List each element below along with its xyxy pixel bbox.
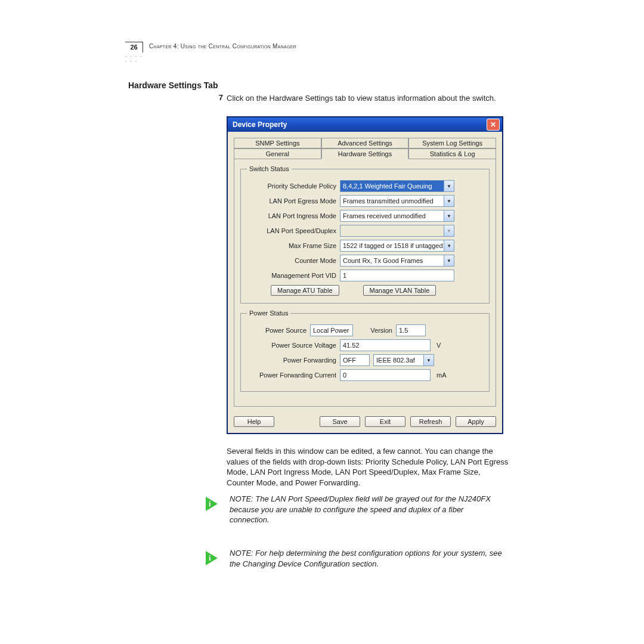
- titlebar: Device Property ✕: [228, 117, 502, 132]
- counter-mode-dropdown[interactable]: Count Rx, Tx Good Frames ▼: [340, 255, 454, 267]
- section-title: Hardware Settings Tab: [128, 80, 218, 90]
- power-source-voltage-value: 41.52: [340, 339, 431, 351]
- help-button[interactable]: Help: [234, 416, 274, 427]
- chapter-header: Chapter 4: Using the Central Configurati…: [149, 43, 296, 49]
- current-unit: mA: [436, 371, 447, 379]
- lan-port-speed-duplex-dropdown: ▼: [340, 225, 454, 237]
- forwarding-std-value: IEEE 802.3af: [374, 357, 417, 364]
- info-icon: i: [206, 497, 220, 511]
- page-number: 26: [125, 42, 143, 52]
- tab-advanced-settings[interactable]: Advanced Settings: [321, 138, 409, 148]
- step-number: 7: [215, 93, 223, 102]
- counter-value: Count Rx, Tx Good Frames: [340, 257, 425, 264]
- info-icon: i: [206, 551, 220, 565]
- chevron-down-icon: ▼: [444, 181, 454, 191]
- note-2: NOTE: For help determining the best conf…: [230, 548, 504, 569]
- window-title: Device Property: [233, 120, 287, 129]
- save-button[interactable]: Save: [320, 416, 360, 427]
- note-1: NOTE: The LAN Port Speed/Duplex field wi…: [230, 494, 504, 525]
- voltage-label: Power Source Voltage: [247, 342, 336, 349]
- lan-port-ingress-dropdown[interactable]: Frames received unmodified ▼: [340, 210, 454, 222]
- power-status-legend: Power Status: [247, 309, 290, 317]
- device-property-window: Device Property ✕ SNMP Settings Advanced…: [227, 116, 503, 434]
- refresh-button[interactable]: Refresh: [410, 416, 451, 427]
- management-port-vid-input[interactable]: 1: [340, 270, 454, 281]
- manage-atu-table-button[interactable]: Manage ATU Table: [271, 285, 339, 296]
- chevron-down-icon: ▼: [423, 355, 434, 366]
- version-label: Version: [357, 327, 392, 334]
- priority-schedule-policy-dropdown[interactable]: 8,4,2,1 Weighted Fair Queuing ▼: [340, 180, 454, 192]
- maxframe-label: Max Frame Size: [247, 242, 336, 249]
- version-value: 1.5: [396, 324, 426, 336]
- chevron-down-icon: ▼: [444, 255, 454, 266]
- power-forwarding-value: OFF: [340, 354, 370, 366]
- power-source-value: Local Power: [310, 324, 353, 336]
- lan-port-egress-dropdown[interactable]: Frames transmitted unmodified ▼: [340, 195, 454, 207]
- egress-label: LAN Port Egress Mode: [247, 197, 336, 205]
- current-label: Power Forwarding Current: [247, 371, 336, 379]
- close-button[interactable]: ✕: [487, 119, 500, 131]
- tab-hardware-settings[interactable]: Hardware Settings: [321, 148, 409, 159]
- chevron-down-icon: ▼: [444, 210, 454, 221]
- switch-status-group: Switch Status Priority Schedule Policy 8…: [240, 165, 490, 304]
- ingress-value: Frames received unmodified: [340, 212, 428, 219]
- chevron-down-icon: ▼: [444, 225, 454, 236]
- speed-duplex-label: LAN Port Speed/Duplex: [247, 227, 336, 234]
- exit-button[interactable]: Exit: [365, 416, 405, 427]
- tab-general[interactable]: General: [234, 148, 321, 159]
- switch-status-legend: Switch Status: [247, 165, 292, 172]
- max-frame-size-dropdown[interactable]: 1522 if tagged or 1518 if untagged ▼: [340, 240, 454, 252]
- maxframe-value: 1522 if tagged or 1518 if untagged: [340, 242, 444, 249]
- tab-statistics-log[interactable]: Statistics & Log: [408, 148, 496, 159]
- body-paragraph: Several fields in this window can be edi…: [227, 446, 510, 488]
- chevron-down-icon: ▼: [444, 196, 454, 206]
- ingress-label: LAN Port Ingress Mode: [247, 212, 336, 219]
- apply-button[interactable]: Apply: [456, 416, 496, 427]
- power-forwarding-label: Power Forwarding: [247, 357, 336, 364]
- power-source-label: Power Source: [247, 327, 306, 334]
- power-forwarding-std-dropdown[interactable]: IEEE 802.3af ▼: [373, 354, 434, 366]
- counter-mode-label: Counter Mode: [247, 257, 336, 264]
- chevron-down-icon: ▼: [444, 240, 454, 251]
- priority-value: 8,4,2,1 Weighted Fair Queuing: [340, 181, 444, 191]
- tab-system-log-settings[interactable]: System Log Settings: [408, 138, 496, 148]
- voltage-unit: V: [436, 342, 441, 349]
- power-status-group: Power Status Power Source Local Power Ve…: [240, 309, 490, 392]
- mgmt-vid-label: Management Port VID: [247, 272, 336, 279]
- egress-value: Frames transmitted unmodified: [340, 197, 436, 205]
- priority-label: Priority Schedule Policy: [247, 182, 336, 190]
- step-text: Click on the Hardware Settings tab to vi…: [227, 93, 519, 104]
- tab-snmp-settings[interactable]: SNMP Settings: [234, 138, 321, 148]
- power-forwarding-current-value: 0: [340, 369, 431, 381]
- decorative-dots: · · · · · · ·: [125, 54, 143, 64]
- manage-vlan-table-button[interactable]: Manage VLAN Table: [363, 285, 436, 296]
